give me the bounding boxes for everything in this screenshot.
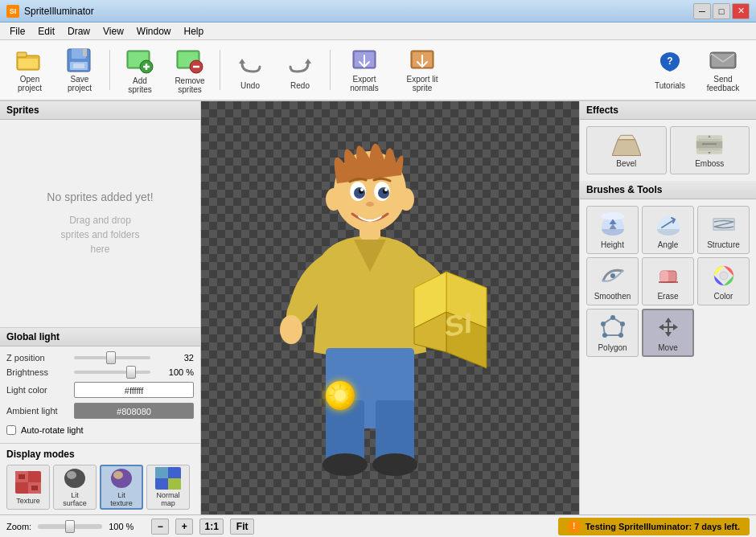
minimize-button[interactable]: ─: [693, 3, 711, 19]
zoom-fit-button[interactable]: Fit: [230, 519, 254, 535]
redo-label: Redo: [290, 81, 310, 90]
export-normals-button[interactable]: Export normals: [337, 44, 392, 96]
brightness-label: Brightness: [6, 367, 71, 377]
display-mode-texture[interactable]: Texture: [6, 465, 50, 510]
add-sprites-label: Add sprites: [120, 76, 160, 94]
auto-rotate-label[interactable]: Auto-rotate light: [21, 425, 84, 435]
titlebar: SI SpriteIlluminator ─ □ ✕: [0, 0, 756, 23]
erase-tool-label: Erase: [657, 292, 678, 301]
svg-point-33: [67, 471, 76, 479]
light-indicator[interactable]: [326, 381, 355, 410]
tutorials-label: Tutorials: [655, 81, 685, 90]
structure-tool-label: Structure: [707, 240, 740, 249]
display-mode-normal-map[interactable]: Normalmap: [146, 465, 190, 510]
color-tool-button[interactable]: Color: [697, 257, 750, 305]
smoothen-tool-button[interactable]: Smoothen: [586, 257, 639, 305]
redo-icon: [286, 51, 314, 80]
polygon-tool-button[interactable]: Polygon: [586, 309, 639, 357]
sprites-header: Sprites: [0, 101, 200, 120]
zoom-label: Zoom:: [6, 522, 31, 531]
add-sprites-icon: [125, 46, 154, 75]
polygon-tool-label: Polygon: [598, 343, 627, 352]
save-project-button[interactable]: Save project: [56, 44, 103, 96]
sprite-display: SI: [257, 127, 499, 489]
lit-texture-icon: [109, 467, 134, 490]
brightness-slider[interactable]: [74, 371, 150, 374]
svg-point-57: [323, 453, 368, 476]
zoom-slider[interactable]: [38, 524, 102, 529]
light-color-swatch[interactable]: #ffffff: [74, 382, 194, 398]
redo-button[interactable]: Redo: [277, 44, 323, 96]
svg-marker-74: [612, 139, 641, 155]
tutorials-button[interactable]: ? Tutorials: [647, 44, 693, 96]
zoom-ratio-button[interactable]: 1:1: [199, 519, 224, 535]
svg-rect-37: [155, 467, 168, 478]
light-color-label: Light color: [6, 385, 71, 395]
bevel-label: Bevel: [616, 159, 636, 168]
sprites-empty-area[interactable]: No sprites added yet! Drag and dropsprit…: [0, 120, 200, 327]
save-project-icon: [65, 47, 94, 73]
main-content: Sprites No sprites added yet! Drag and d…: [0, 101, 756, 514]
svg-rect-5: [83, 49, 87, 56]
left-panel: Sprites No sprites added yet! Drag and d…: [0, 101, 201, 514]
tools-grid: Height Angle: [580, 199, 756, 363]
lit-surface-label: Litsurface: [63, 491, 87, 507]
svg-line-70: [332, 387, 335, 390]
trial-notice: ! Testing SpriteIlluminator: 7 days left…: [558, 518, 750, 535]
menu-file[interactable]: File: [3, 24, 31, 39]
menu-edit[interactable]: Edit: [31, 24, 61, 39]
height-tool-button[interactable]: Height: [586, 206, 639, 254]
svg-point-32: [64, 469, 85, 488]
svg-point-84: [610, 273, 615, 278]
trial-text: Testing SpriteIlluminator: 7 days left.: [585, 522, 740, 531]
zoom-plus-button[interactable]: +: [175, 519, 193, 535]
svg-rect-86: [660, 271, 668, 282]
svg-point-50: [398, 188, 414, 211]
z-position-thumb[interactable]: [106, 351, 116, 364]
menu-draw[interactable]: Draw: [61, 24, 97, 39]
bevel-button[interactable]: Bevel: [586, 126, 667, 174]
send-feedback-button[interactable]: Send feedback: [696, 44, 750, 96]
open-project-button[interactable]: Open project: [6, 44, 53, 96]
angle-tool-label: Angle: [658, 240, 679, 249]
brightness-thumb[interactable]: [126, 366, 136, 379]
angle-tool-button[interactable]: Angle: [642, 206, 694, 254]
smoothen-tool-label: Smoothen: [594, 292, 631, 301]
bevel-icon: [612, 133, 641, 156]
svg-point-93: [618, 333, 623, 338]
menu-help[interactable]: Help: [178, 24, 211, 39]
tools-section: Brushes & Tools Height: [580, 181, 756, 363]
svg-point-89: [720, 272, 728, 280]
erase-tool-button[interactable]: Erase: [642, 257, 694, 305]
display-mode-lit-surface[interactable]: Litsurface: [53, 465, 97, 510]
emboss-button[interactable]: Emboss: [670, 126, 750, 174]
open-project-icon: [15, 47, 44, 73]
auto-rotate-checkbox[interactable]: [6, 425, 16, 435]
remove-sprites-button[interactable]: Remove sprites: [166, 44, 213, 96]
z-position-row: Z position 32: [6, 353, 194, 363]
zoom-slider-thumb[interactable]: [65, 520, 75, 533]
undo-button[interactable]: Undo: [227, 44, 273, 96]
tools-header: Brushes & Tools: [580, 181, 756, 199]
ambient-light-swatch[interactable]: #808080: [74, 403, 194, 419]
export-normals-label: Export normals: [340, 75, 388, 92]
z-position-value: 32: [154, 353, 194, 363]
add-sprites-button[interactable]: Add sprites: [117, 44, 163, 96]
move-tool-button[interactable]: Move: [642, 309, 694, 357]
menu-view[interactable]: View: [97, 24, 130, 39]
export-lit-button[interactable]: Export lit sprite: [395, 44, 450, 96]
sprites-section: Sprites No sprites added yet! Drag and d…: [0, 101, 200, 328]
toolbar-sep-1: [109, 50, 110, 90]
svg-rect-31: [31, 486, 38, 490]
toolbar-sep-3: [330, 50, 331, 90]
z-position-slider[interactable]: [74, 356, 150, 359]
canvas-area[interactable]: SI: [201, 101, 579, 514]
undo-icon: [236, 51, 265, 80]
display-mode-lit-texture[interactable]: Littexture: [100, 465, 143, 510]
svg-point-91: [610, 315, 615, 320]
structure-tool-button[interactable]: Structure: [697, 206, 750, 254]
zoom-minus-button[interactable]: −: [151, 519, 169, 535]
maximize-button[interactable]: □: [713, 3, 730, 19]
close-button[interactable]: ✕: [732, 3, 750, 19]
menu-window[interactable]: Window: [130, 24, 178, 39]
